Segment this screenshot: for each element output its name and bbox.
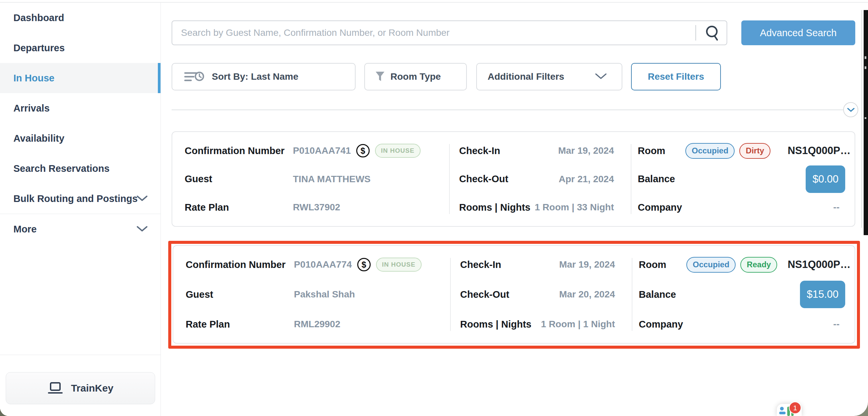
company-label: Company — [639, 319, 683, 330]
rooms-nights-value: 1 Room | 1 Night — [541, 319, 615, 329]
sidebar-item-departures[interactable]: Departures — [0, 33, 160, 63]
card-dates-column: Check-In Mar 19, 2024 Check-Out Apr 21, … — [449, 132, 631, 226]
balance-button[interactable]: $0.00 — [806, 165, 845, 193]
rooms-nights-row: Rooms | Nights 1 Room | 1 Night — [460, 315, 615, 333]
occupancy-badge: Occupied — [685, 143, 735, 159]
status-badge: IN HOUSE — [376, 258, 422, 271]
card-room-column: Room Occupied Ready NS1Q000P… Balance $1… — [632, 246, 855, 343]
dollar-icon[interactable]: $ — [356, 144, 370, 157]
rooms-nights-row: Rooms | Nights 1 Room | 33 Night — [459, 198, 614, 217]
chevron-down-icon — [595, 73, 607, 81]
housekeeping-badge: Dirty — [739, 143, 771, 159]
sidebar-item-label: Search Reservations — [13, 163, 110, 174]
confirmation-label: Confirmation Number — [185, 146, 293, 156]
guest-label: Guest — [185, 173, 293, 185]
check-out-row: Check-Out Mar 20, 2024 — [460, 285, 615, 304]
advanced-search-button[interactable]: Advanced Search — [741, 21, 855, 45]
rooms-nights-label: Rooms | Nights — [460, 319, 531, 330]
sidebar-item-more[interactable]: More — [0, 214, 160, 244]
check-out-label: Check-Out — [459, 173, 508, 185]
balance-label: Balance — [639, 289, 676, 300]
check-in-value: Mar 19, 2024 — [559, 259, 615, 270]
guest-label: Guest — [186, 289, 294, 300]
check-out-label: Check-Out — [460, 289, 509, 300]
sidebar-item-dashboard[interactable]: Dashboard — [0, 3, 160, 33]
rate-plan-value: RML29902 — [294, 319, 341, 329]
card-dates-column: Check-In Mar 19, 2024 Check-Out Mar 20, … — [450, 246, 632, 343]
company-value: -- — [833, 202, 839, 213]
reservation-card[interactable]: Confirmation Number P010AAA741 $ IN HOUS… — [172, 131, 855, 227]
sort-by-label: Sort By: Last Name — [212, 71, 298, 82]
sidebar-item-label: Dashboard — [13, 12, 64, 24]
card-identity-column: Confirmation Number P010AAA741 $ IN HOUS… — [172, 132, 449, 226]
check-in-row: Check-In Mar 19, 2024 — [460, 255, 615, 274]
check-in-label: Check-In — [459, 146, 500, 156]
room-number: NS1Q000P… — [787, 259, 850, 270]
sidebar-item-label: More — [13, 224, 36, 235]
sidebar-item-label: Arrivals — [13, 103, 50, 114]
sort-by-button[interactable]: Sort By: Last Name — [172, 63, 355, 90]
search-input[interactable] — [172, 21, 727, 45]
sidebar-footer: TrainKey — [0, 355, 160, 416]
confirmation-value: P010AAA774 — [294, 259, 352, 270]
rate-plan-value: RWL37902 — [293, 202, 340, 213]
dollar-icon[interactable]: $ — [357, 258, 371, 271]
card-room-column: Room Occupied Dirty NS1Q000P… Balance $0… — [631, 132, 855, 226]
room-label: Room — [639, 259, 679, 270]
card-identity-column: Confirmation Number P010AAA774 $ IN HOUS… — [173, 246, 450, 343]
company-value: -- — [833, 319, 839, 329]
notification-badge: 1 — [789, 402, 801, 414]
room-row: Room Occupied Dirty NS1Q000P… — [638, 141, 855, 160]
check-out-row: Check-Out Apr 21, 2024 — [459, 170, 614, 189]
balance-row: Balance $15.00 — [639, 281, 855, 308]
balance-button[interactable]: $15.00 — [800, 281, 845, 308]
rooms-nights-value: 1 Room | 33 Night — [534, 202, 614, 213]
chevron-down-icon — [847, 107, 855, 112]
balance-label: Balance — [638, 173, 675, 185]
room-row: Room Occupied Ready NS1Q000P… — [639, 255, 855, 274]
company-label: Company — [638, 202, 682, 213]
check-in-row: Check-In Mar 19, 2024 — [459, 141, 614, 160]
rooms-nights-label: Rooms | Nights — [459, 202, 530, 213]
additional-filters-label: Additional Filters — [488, 71, 564, 82]
reset-filters-button[interactable]: Reset Filters — [631, 63, 721, 90]
room-type-button[interactable]: Room Type — [364, 63, 467, 90]
sidebar-item-search-reservations[interactable]: Search Reservations — [0, 153, 160, 184]
sidebar-item-label: Bulk Routing and Postings — [13, 193, 138, 204]
sidebar-item-bulk-routing[interactable]: Bulk Routing and Postings — [0, 184, 160, 214]
balance-row: Balance $0.00 — [638, 165, 855, 193]
rate-plan-label: Rate Plan — [185, 202, 293, 213]
guest-row: Guest Pakshal Shah — [186, 285, 450, 304]
confirmation-value: P010AAA741 — [293, 146, 351, 156]
sidebar-item-in-house[interactable]: In House — [0, 63, 160, 93]
window-edge-line — [861, 10, 862, 228]
sidebar-item-label: Availability — [13, 133, 64, 144]
housekeeping-badge: Ready — [740, 257, 777, 273]
background-window-strip — [864, 10, 868, 235]
check-out-value: Mar 20, 2024 — [559, 289, 615, 300]
sort-icon — [184, 70, 205, 84]
sidebar-item-availability[interactable]: Availability — [0, 123, 160, 153]
chevron-down-icon — [136, 195, 148, 202]
rate-plan-row: Rate Plan RML29902 — [186, 315, 450, 333]
company-row: Company -- — [639, 315, 855, 333]
sidebar-item-label: Departures — [13, 42, 65, 54]
status-badge: IN HOUSE — [375, 144, 421, 158]
search-icon[interactable] — [704, 24, 722, 43]
guest-value: Pakshal Shah — [294, 289, 355, 300]
guest-value: TINA MATTHEWS — [293, 174, 371, 185]
check-out-value: Apr 21, 2024 — [559, 174, 614, 185]
section-divider — [172, 109, 843, 110]
filter-funnel-icon — [375, 71, 385, 83]
room-number: NS1Q000P… — [787, 145, 850, 157]
collapse-toggle[interactable] — [843, 102, 858, 117]
sidebar-item-arrivals[interactable]: Arrivals — [0, 93, 160, 123]
trainkey-button[interactable]: TrainKey — [6, 372, 155, 404]
guest-row: Guest TINA MATTHEWS — [185, 170, 449, 189]
confirmation-label: Confirmation Number — [186, 259, 294, 270]
company-row: Company -- — [638, 198, 855, 217]
additional-filters-dropdown[interactable]: Additional Filters — [476, 63, 622, 90]
rate-plan-row: Rate Plan RWL37902 — [185, 198, 449, 217]
room-label: Room — [638, 146, 678, 156]
reservation-card[interactable]: Confirmation Number P010AAA774 $ IN HOUS… — [173, 245, 855, 344]
